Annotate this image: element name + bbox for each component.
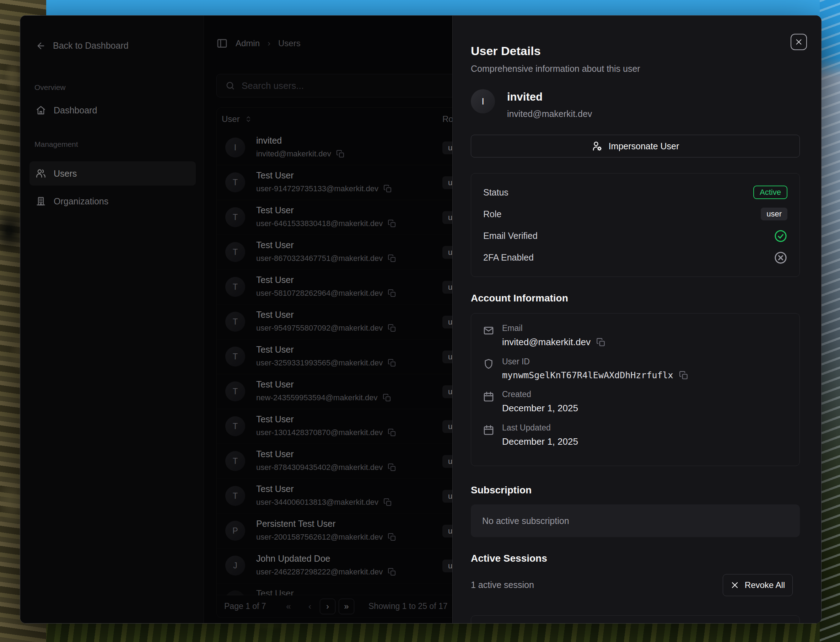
email-value: invited@makerkit.dev xyxy=(502,337,591,348)
created-value: December 1, 2025 xyxy=(502,403,578,414)
wallpaper-mountain xyxy=(820,0,840,642)
email-verified-label: Email Verified xyxy=(483,231,537,241)
check-circle-icon xyxy=(774,229,787,243)
panel-title: User Details xyxy=(471,44,541,58)
active-sessions-heading: Active Sessions xyxy=(471,553,547,564)
account-updated-row: Last Updated December 1, 2025 xyxy=(483,423,800,447)
user-details-panel: User Details Comprehensive information a… xyxy=(452,16,822,623)
user-id-label: User ID xyxy=(502,357,688,366)
email-label: Email xyxy=(502,324,605,333)
shield-icon xyxy=(483,357,494,380)
avatar: I xyxy=(471,89,495,113)
calendar-icon xyxy=(483,390,494,414)
panel-subtitle: Comprehensive information about this use… xyxy=(471,64,640,74)
no-subscription-text: No active subscription xyxy=(482,516,569,526)
status-row: Status Active xyxy=(483,182,787,203)
revoke-all-label: Revoke All xyxy=(745,580,785,590)
copy-icon[interactable] xyxy=(679,371,688,380)
impersonate-user-label: Impersonate User xyxy=(609,141,680,151)
email-verified-row: Email Verified xyxy=(483,226,787,246)
user-name: invited xyxy=(507,91,542,104)
created-label: Created xyxy=(502,390,578,399)
account-information-card: Email invited@makerkit.dev User ID xyxy=(471,313,800,466)
account-email-row: Email invited@makerkit.dev xyxy=(483,324,800,348)
user-email: invited@makerkit.dev xyxy=(507,109,592,119)
close-panel-button[interactable] xyxy=(791,34,807,50)
status-card: Status Active Role user Email Verified 2… xyxy=(471,173,800,277)
account-userid-row: User ID mynwmSgelKnT67R4lEwAXdDhHzrfuflx xyxy=(483,357,800,380)
mail-icon xyxy=(483,324,494,348)
status-badge: Active xyxy=(753,186,787,199)
impersonate-user-button[interactable]: Impersonate User xyxy=(471,135,800,157)
subscription-card: No active subscription xyxy=(471,504,800,537)
status-label: Status xyxy=(483,187,508,198)
revoke-all-button[interactable]: Revoke All xyxy=(723,574,793,596)
twofa-label: 2FA Enabled xyxy=(483,252,534,263)
role-row: Role user xyxy=(483,204,787,224)
role-label: Role xyxy=(483,209,502,219)
app-window: Back to Dashboard Overview Dashboard Man… xyxy=(20,15,822,624)
account-created-row: Created December 1, 2025 xyxy=(483,390,800,414)
close-icon xyxy=(795,38,803,46)
x-icon xyxy=(730,581,739,589)
twofa-row: 2FA Enabled xyxy=(483,247,787,268)
session-card-partial xyxy=(471,615,800,624)
subscription-heading: Subscription xyxy=(471,485,532,496)
role-badge: user xyxy=(761,208,787,220)
user-cog-icon xyxy=(592,141,602,151)
session-count: 1 active session xyxy=(471,580,534,590)
last-updated-label: Last Updated xyxy=(502,423,578,433)
user-id-value: mynwmSgelKnT67R4lEwAXdDhHzrfuflx xyxy=(502,370,673,380)
copy-icon[interactable] xyxy=(596,338,605,347)
account-information-heading: Account Information xyxy=(471,293,568,304)
x-circle-icon xyxy=(774,251,787,264)
last-updated-value: December 1, 2025 xyxy=(502,436,578,447)
calendar-icon xyxy=(483,423,494,447)
